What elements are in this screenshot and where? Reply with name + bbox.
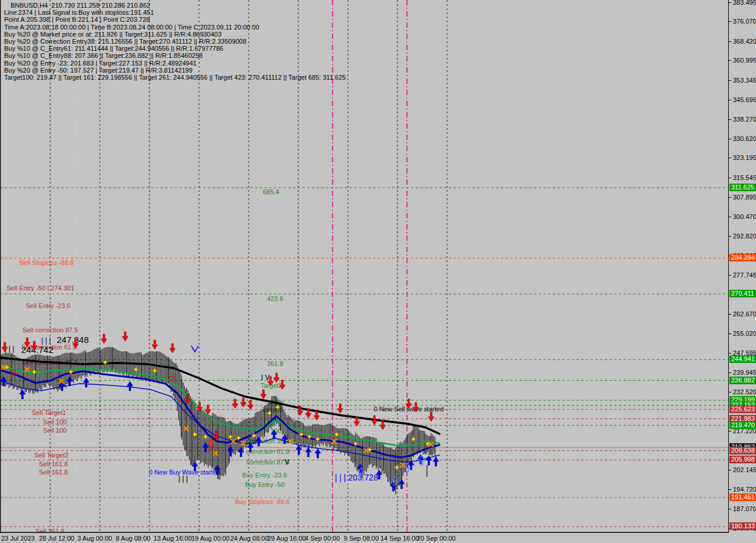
price-tick-mark	[729, 509, 731, 509]
time-axis-label: 9 Sep 08:00	[344, 535, 379, 542]
time-axis-label: 8 Aug 08:00	[116, 535, 151, 542]
sell-arrow-icon	[152, 340, 158, 349]
price-tick-label: 239.945	[733, 369, 756, 376]
annotation-label: 261.8	[267, 360, 284, 367]
price-tick-label: 323.195	[733, 154, 756, 161]
price-tick-label: 202.145	[733, 466, 756, 473]
annotation-label: | | |	[41, 336, 51, 345]
buy-arrow-icon	[296, 445, 302, 454]
price-tick-mark	[729, 158, 731, 158]
price-tick-label: 368.420	[733, 38, 756, 45]
annotation-label: correction 61.8	[246, 448, 289, 455]
buy-arrow-icon	[315, 449, 321, 458]
annotation-label: I V	[261, 374, 270, 382]
price-tick-label: 292.820	[733, 233, 756, 240]
annotation-label: 244.742	[21, 345, 53, 355]
price-tick-mark	[729, 275, 731, 276]
star-signal-icon	[31, 369, 37, 375]
price-tick-mark	[729, 41, 731, 42]
price-tick-mark	[729, 470, 731, 470]
chart-canvas: Sell Stoploss -88.6Sell Entry -50 | 274.…	[0, 0, 728, 533]
annotation-label: Sell Entry -50 | 274.301	[6, 284, 74, 292]
annotation-label: Sell 161.8	[39, 469, 68, 476]
price-tick-label: 300.470	[733, 213, 756, 220]
price-level-badge: 205.998	[729, 456, 756, 463]
price-level-badge: 191.451	[729, 493, 756, 501]
buy-arrow-icon	[83, 378, 89, 387]
time-axis[interactable]: 23 Jul 202328 Jul 12:003 Aug 00:008 Aug …	[0, 533, 756, 543]
time-axis-label: 3 Aug 00:00	[77, 535, 112, 542]
annotation-label: V	[285, 458, 289, 466]
price-tick-mark	[729, 2, 731, 3]
price-tick-mark	[729, 333, 731, 334]
annotation-label: Sell 100	[43, 418, 67, 426]
chart-plot-area[interactable]: Sell Stoploss -88.6Sell Entry -50 | 274.…	[0, 0, 728, 533]
price-tick-mark	[729, 100, 731, 100]
annotation-label: Sell correction 87.5	[22, 326, 78, 333]
annotation-label: Sell Stoploss -88.6	[19, 259, 74, 266]
price-tick-mark	[729, 139, 731, 139]
buy-arrow-icon	[433, 457, 439, 466]
price-tick-mark	[729, 217, 731, 217]
price-axis[interactable]: 383.495376.070368.420360.995353.345345.6…	[728, 0, 756, 533]
price-tick-label: 277.745	[733, 272, 756, 279]
square-signal-icon	[170, 377, 174, 381]
sell-arrow-icon	[170, 344, 175, 353]
annotation-label: Sell 161.8	[39, 460, 68, 467]
time-axis-label: 14 Sep 16:00	[380, 535, 419, 542]
price-level-badge: 236.882	[729, 377, 756, 384]
price-level-badge: 311.625	[729, 184, 756, 191]
price-tick-mark	[729, 60, 731, 61]
price-level-badge: 209.638	[729, 447, 756, 454]
price-tick-mark	[729, 197, 731, 198]
annotation-label: Buy Stoploss -88.6	[235, 498, 289, 505]
time-axis-label: 29 Aug 16:00	[268, 535, 306, 542]
price-tick-mark	[729, 21, 731, 22]
annotation-label: 423.6	[267, 295, 284, 302]
sell-arrow-icon	[101, 334, 107, 344]
price-tick-label: 187.070	[733, 505, 756, 512]
annotation-label: Sell Target1	[32, 409, 66, 416]
price-tick-mark	[729, 178, 731, 178]
price-tick-label: 194.720	[733, 486, 756, 493]
price-level-badge: 219.470	[729, 421, 756, 429]
annotation-label: 685.4	[263, 188, 279, 195]
buy-arrow-icon	[305, 447, 311, 457]
price-tick-mark	[729, 314, 731, 315]
price-level-badge: 270.411	[729, 290, 756, 297]
price-tick-label: 345.695	[733, 96, 756, 103]
annotation-label: correction 87.5	[246, 459, 289, 466]
price-tick-label: 262.670	[733, 310, 756, 318]
time-axis-label: 24 Aug 08:00	[230, 535, 269, 542]
annotation-label: Buy Entry -23.6	[242, 472, 287, 479]
time-axis-label: 20 Sep 00:00	[417, 535, 455, 542]
price-level-badge: 244.941	[729, 355, 756, 363]
price-level-badge: 284.284	[729, 254, 756, 261]
price-tick-label: 353.345	[733, 77, 756, 84]
sell-arrow-icon	[428, 412, 434, 421]
price-tick-label: 307.895	[733, 194, 756, 201]
buy-arrow-icon	[19, 390, 25, 399]
price-tick-mark	[729, 489, 731, 490]
price-tick-mark	[729, 80, 731, 81]
annotation-label: 247.848	[57, 335, 89, 345]
sell-arrow-icon	[260, 390, 266, 399]
sell-arrow-icon	[337, 404, 343, 413]
annotation-label: Sell Target2	[34, 452, 69, 459]
time-axis-label: 19 Aug 00:00	[191, 535, 230, 542]
annotation-label: Buy Entry -50	[245, 481, 285, 488]
sell-arrow-icon	[240, 398, 246, 407]
time-axis-label: 13 Aug 16:00	[154, 535, 192, 542]
price-level-badge: 225.623	[729, 405, 756, 413]
price-tick-mark	[729, 353, 731, 354]
price-tick-label: 315.545	[733, 174, 756, 181]
annotation-label: Sell 100	[43, 427, 67, 434]
price-tick-mark	[729, 372, 731, 373]
price-tick-mark	[729, 431, 731, 431]
annotation-label: Sell Entry -23.6	[26, 302, 70, 309]
sell-arrow-icon	[372, 416, 377, 425]
price-tick-label: 232.520	[733, 388, 756, 395]
chart-window: Sell Stoploss -88.6Sell Entry -50 | 274.…	[0, 0, 756, 543]
price-tick-mark	[729, 236, 731, 237]
price-tick-label: 330.620	[733, 135, 756, 142]
